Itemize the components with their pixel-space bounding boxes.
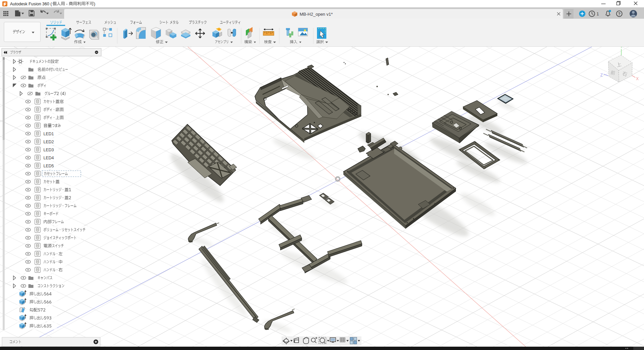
svg-text:X: X bbox=[636, 76, 639, 81]
svg-text:MB-H2_open v1*: MB-H2_open v1* bbox=[300, 12, 333, 17]
svg-text:LED3: LED3 bbox=[43, 148, 54, 152]
svg-text:LED4: LED4 bbox=[43, 156, 54, 160]
svg-text:1: 1 bbox=[597, 12, 599, 16]
svg-text:): ) bbox=[94, 2, 95, 6]
svg-text:-: - bbox=[66, 2, 67, 6]
svg-text:Z: Z bbox=[600, 73, 603, 77]
svg-text:LED2: LED2 bbox=[43, 140, 54, 144]
svg-text:Autodesk Fusion 360 (: Autodesk Fusion 360 ( bbox=[10, 2, 52, 6]
svg-text:?: ? bbox=[618, 12, 620, 16]
svg-text:LED5: LED5 bbox=[43, 164, 54, 168]
svg-text:LED1: LED1 bbox=[43, 132, 54, 136]
